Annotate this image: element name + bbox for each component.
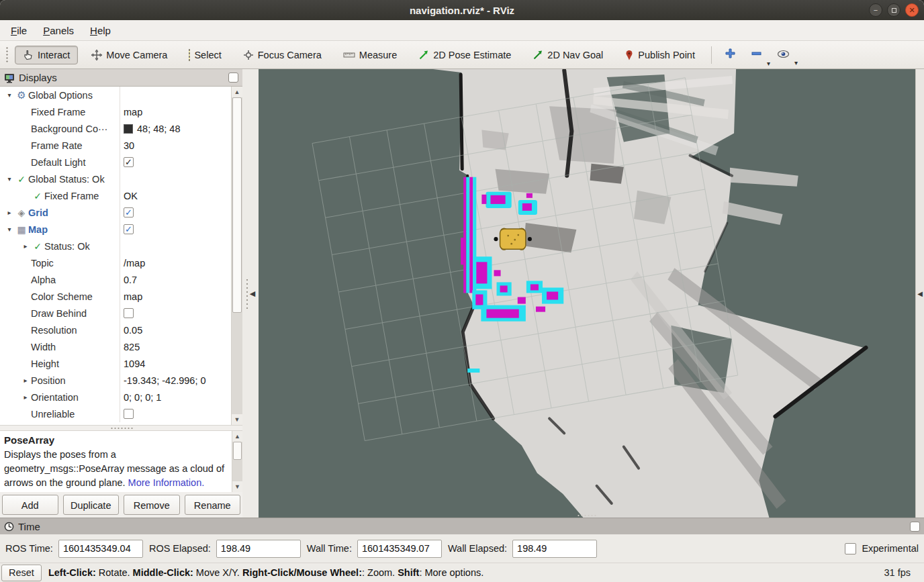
property-value-cell[interactable]: 48; 48; 48 (120, 120, 231, 137)
tree-row-fixed-frame[interactable]: ✓Fixed FrameOK (0, 187, 231, 204)
property-value-cell[interactable] (120, 305, 231, 322)
checkbox-checked[interactable]: ✓ (124, 207, 134, 217)
property-value-cell[interactable]: 825 (120, 338, 231, 355)
menu-item-help[interactable]: Help (83, 22, 118, 39)
add-button[interactable]: Add (2, 495, 58, 515)
tool-focus-camera[interactable]: Focus Camera (235, 46, 330, 64)
viewport-splitter-dots[interactable] (577, 514, 597, 517)
menu-item-panels[interactable]: Panels (36, 22, 81, 39)
ros-elapsed-input[interactable] (216, 540, 301, 558)
remove-button[interactable]: Remove (124, 495, 180, 515)
tree-row-frame-rate[interactable]: Frame Rate30 (0, 137, 231, 154)
tool-publish-point[interactable]: Publish Point (616, 46, 703, 64)
property-value-cell[interactable]: 1094 (120, 355, 231, 372)
desc-scrollbar-track[interactable] (232, 442, 242, 481)
tree-row-background-co[interactable]: Background Co···48; 48; 48 (0, 120, 231, 137)
reset-button[interactable]: Reset (1, 565, 42, 581)
property-value-cell[interactable]: 30 (120, 137, 231, 154)
collapse-left-icon[interactable]: ◀ (250, 289, 255, 298)
tree-row-color-scheme[interactable]: Color Schememap (0, 288, 231, 305)
desc-scrollbar-thumb[interactable] (233, 442, 242, 460)
tree-row-draw-behind[interactable]: Draw Behind (0, 305, 231, 322)
description-scrollbar[interactable]: ▲ ▼ (232, 431, 242, 492)
tree-row-unreliable[interactable]: Unreliable (0, 405, 231, 422)
expander-open-icon[interactable]: ▾ (4, 175, 15, 183)
tool-select[interactable]: Select (181, 46, 229, 64)
property-value-cell[interactable] (120, 238, 231, 254)
property-value-cell[interactable] (120, 171, 231, 187)
checkbox-unchecked[interactable] (124, 308, 134, 318)
tree-row-position[interactable]: ▸Position-19.343; -42.996; 0 (0, 372, 231, 389)
wall-elapsed-input[interactable] (512, 540, 597, 558)
duplicate-button[interactable]: Duplicate (63, 495, 120, 515)
expander-closed-icon[interactable]: ▸ (20, 377, 31, 384)
property-value-cell[interactable]: ✓ (120, 154, 231, 171)
property-value-cell[interactable]: OK (120, 187, 231, 204)
collapsed-views-panel-handle[interactable]: ◀ (915, 69, 924, 518)
time-float-button[interactable] (910, 522, 920, 532)
expander-open-icon[interactable]: ▾ (4, 91, 15, 99)
tool-move-camera[interactable]: Move Camera (83, 46, 175, 64)
scroll-down-icon[interactable]: ▼ (232, 414, 242, 425)
chevron-down-icon[interactable]: ▾ (794, 59, 798, 66)
property-value-cell[interactable] (120, 405, 231, 422)
property-value-cell[interactable] (120, 87, 231, 103)
menu-item-file[interactable]: File (4, 22, 34, 39)
tree-row-topic[interactable]: Topic/map (0, 254, 231, 271)
3d-viewport[interactable] (259, 69, 915, 518)
scrollbar-track[interactable] (232, 97, 242, 414)
property-value-cell[interactable]: map (120, 288, 231, 305)
checkbox-checked[interactable]: ✓ (124, 157, 134, 167)
tree-row-width[interactable]: Width825 (0, 338, 231, 355)
description-splitter[interactable] (0, 425, 242, 430)
scrollbar-thumb[interactable] (232, 97, 242, 313)
checkbox-unchecked[interactable] (124, 409, 134, 419)
maximize-button[interactable] (887, 3, 900, 17)
ros-time-input[interactable] (58, 540, 143, 558)
property-value-cell[interactable]: -19.343; -42.996; 0 (120, 372, 231, 389)
tool-measure[interactable]: Measure (335, 46, 405, 64)
wall-time-input[interactable] (357, 540, 442, 558)
tree-row-status-ok[interactable]: ▸✓Status: Ok (0, 238, 231, 254)
tree-row-default-light[interactable]: Default Light✓ (0, 154, 231, 171)
experimental-checkbox[interactable] (845, 543, 856, 554)
property-value-cell[interactable]: ✓ (120, 204, 231, 221)
tree-row-grid[interactable]: ▸◈Grid✓ (0, 204, 231, 221)
tree-row-orientation[interactable]: ▸Orientation0; 0; 0; 1 (0, 389, 231, 405)
toolbar-drag-handle[interactable] (5, 46, 9, 64)
rename-button[interactable]: Rename (185, 495, 241, 515)
panel-splitter[interactable]: ◀ (242, 69, 259, 518)
property-value-cell[interactable]: /map (120, 254, 231, 271)
desc-scroll-up-icon[interactable]: ▲ (232, 431, 242, 442)
more-information-link[interactable]: More Information. (128, 477, 205, 488)
property-value-cell[interactable]: 0.7 (120, 271, 231, 288)
tool-2d-nav-goal[interactable]: 2D Nav Goal (524, 46, 611, 64)
expander-closed-icon[interactable]: ▸ (20, 242, 31, 250)
expander-closed-icon[interactable]: ▸ (4, 209, 15, 216)
displays-scrollbar[interactable]: ▲ ▼ (231, 87, 242, 425)
property-value-cell[interactable]: 0; 0; 0; 1 (120, 389, 231, 405)
tool-camera-type[interactable]: ▾ (772, 46, 795, 64)
minimize-button[interactable]: − (869, 3, 882, 17)
tree-row-resolution[interactable]: Resolution0.05 (0, 322, 231, 338)
tool-2d-pose-estimate[interactable]: 2D Pose Estimate (410, 46, 519, 64)
expander-closed-icon[interactable]: ▸ (20, 393, 31, 401)
property-value-cell[interactable]: map (120, 103, 231, 120)
tool-zoom-out[interactable]: ▾ (745, 45, 768, 64)
chevron-down-icon[interactable]: ▾ (767, 60, 770, 67)
property-value-cell[interactable]: ✓ (120, 221, 231, 238)
tree-row-alpha[interactable]: Alpha0.7 (0, 271, 231, 288)
tree-row-height[interactable]: Height1094 (0, 355, 231, 372)
displays-float-button[interactable] (228, 72, 238, 83)
tree-row-map[interactable]: ▾▦Map✓ (0, 221, 231, 238)
desc-scroll-down-icon[interactable]: ▼ (232, 481, 242, 492)
expander-open-icon[interactable]: ▾ (4, 226, 15, 233)
checkbox-checked[interactable]: ✓ (124, 224, 134, 234)
tree-row-global-status-ok[interactable]: ▾✓Global Status: Ok (0, 171, 231, 187)
close-button[interactable]: ✕ (905, 3, 919, 17)
tool-zoom-in[interactable] (719, 45, 741, 64)
tree-row-fixed-frame[interactable]: Fixed Framemap (0, 103, 231, 120)
tool-interact[interactable]: Interact (15, 46, 78, 64)
scroll-up-icon[interactable]: ▲ (232, 87, 242, 97)
tree-row-global-options[interactable]: ▾⚙Global Options (0, 87, 231, 103)
